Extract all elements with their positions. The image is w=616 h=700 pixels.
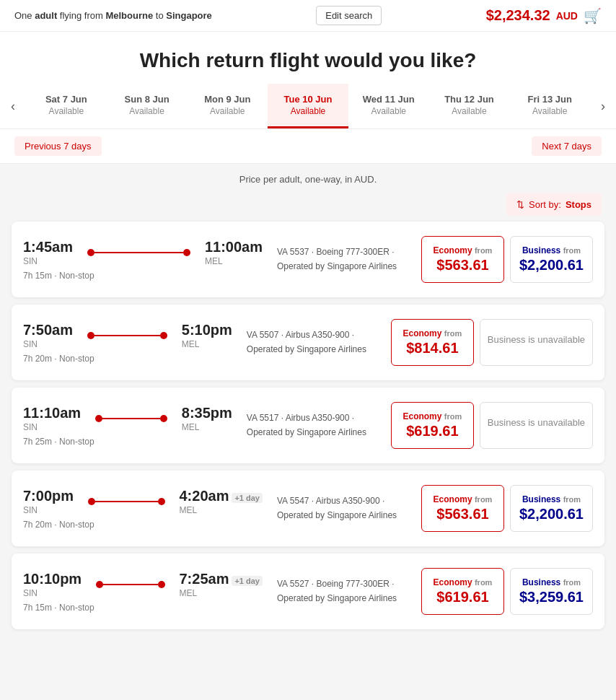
flight-times-f5: 10:10pm SIN 7:25am+1 day MEL bbox=[23, 571, 263, 598]
flight-line bbox=[87, 332, 167, 339]
price-subtitle: Price per adult, one-way, in AUD. bbox=[0, 164, 616, 188]
dep-dot bbox=[87, 249, 94, 256]
flight-times-f2: 7:50am SIN 5:10pm MEL bbox=[23, 322, 232, 349]
arr-dot bbox=[158, 498, 165, 505]
route-line bbox=[103, 584, 157, 585]
date-tab-sun8[interactable]: Sun 8 JunAvailable bbox=[107, 84, 188, 128]
economy-price-box-f2[interactable]: Economy from $814.61 bbox=[391, 319, 474, 366]
route-line bbox=[102, 418, 160, 419]
economy-price-box-f5[interactable]: Economy from $619.61 bbox=[421, 568, 504, 615]
edit-search-button[interactable]: Edit search bbox=[316, 6, 382, 25]
arrival-airport: MEL bbox=[182, 339, 232, 349]
flight-number: VA 5547 · Airbus A350-900 · bbox=[277, 494, 414, 508]
flights-list: 1:45am SIN 11:00am MEL 7h 15m · Non-stop… bbox=[0, 222, 616, 644]
flight-card-f1: 1:45am SIN 11:00am MEL 7h 15m · Non-stop… bbox=[12, 222, 604, 297]
economy-price-value: $563.61 bbox=[429, 506, 496, 522]
arrival-airport: MEL bbox=[205, 256, 263, 266]
flight-details-f3: VA 5517 · Airbus A350-900 · Operated by … bbox=[239, 411, 384, 439]
departure-airport: SIN bbox=[23, 505, 74, 515]
price-options-f4: Economy from $563.61 Business from $2,20… bbox=[421, 485, 593, 532]
departure-airport: SIN bbox=[23, 256, 73, 266]
flight-meta: 7h 20m · Non-stop bbox=[23, 520, 263, 530]
arrival-time: 7:25am+1 day bbox=[180, 571, 263, 587]
economy-price-value: $814.61 bbox=[399, 340, 466, 356]
route-line bbox=[94, 252, 183, 253]
date-tab-mon9[interactable]: Mon 9 JunAvailable bbox=[187, 84, 268, 128]
economy-price-box-f1[interactable]: Economy from $563.61 bbox=[421, 236, 504, 283]
arrival-airport: MEL bbox=[182, 422, 232, 432]
sort-bar: ⇅ Sort by: Stops bbox=[0, 188, 616, 222]
total-price: $2,234.32 bbox=[486, 7, 550, 24]
business-price-box-f3: Business is unavailable bbox=[480, 402, 593, 449]
date-nav-next[interactable]: › bbox=[590, 84, 616, 128]
economy-price-box-f4[interactable]: Economy from $563.61 bbox=[421, 485, 504, 532]
date-tab-fri13[interactable]: Fri 13 JunAvailable bbox=[509, 84, 590, 128]
arr-dot bbox=[158, 581, 165, 588]
flight-line bbox=[95, 415, 167, 422]
dep-dot bbox=[95, 415, 102, 422]
prev-7-days-button[interactable]: Previous 7 days bbox=[14, 136, 102, 156]
departure-airport: SIN bbox=[23, 339, 73, 349]
departure-time-block: 11:10am SIN bbox=[23, 405, 81, 432]
business-price-box-f1[interactable]: Business from $2,200.61 bbox=[510, 236, 593, 283]
sort-button[interactable]: ⇅ Sort by: Stops bbox=[506, 193, 602, 216]
flight-operator: Operated by Singapore Airlines bbox=[247, 343, 384, 356]
departure-time-block: 7:50am SIN bbox=[23, 322, 73, 349]
price-currency: AUD bbox=[556, 10, 578, 22]
flight-meta: 7h 20m · Non-stop bbox=[23, 354, 232, 364]
flight-meta: 7h 15m · Non-stop bbox=[23, 271, 263, 281]
sort-icon: ⇅ bbox=[516, 199, 524, 210]
flight-info-f1: 1:45am SIN 11:00am MEL 7h 15m · Non-stop bbox=[23, 239, 263, 281]
flight-operator: Operated by Singapore Airlines bbox=[277, 509, 414, 522]
departure-airport: SIN bbox=[23, 422, 81, 432]
sort-label: Sort by: bbox=[529, 199, 561, 210]
business-unavailable-label: Business is unavailable bbox=[488, 417, 585, 428]
date-tab-thu12[interactable]: Thu 12 JunAvailable bbox=[429, 84, 510, 128]
price-options-f3: Economy from $619.61 Business is unavail… bbox=[391, 402, 593, 449]
sort-value: Stops bbox=[566, 199, 591, 210]
flight-meta: 7h 15m · Non-stop bbox=[23, 603, 263, 613]
cart-icon[interactable]: 🛒 bbox=[584, 7, 602, 25]
date-tab-sat7[interactable]: Sat 7 JunAvailable bbox=[26, 84, 107, 128]
flight-card-f3: 11:10am SIN 8:35pm MEL 7h 25m · Non-stop… bbox=[12, 388, 604, 463]
date-tabs: Sat 7 JunAvailableSun 8 JunAvailableMon … bbox=[26, 84, 590, 128]
flight-info-f2: 7:50am SIN 5:10pm MEL 7h 20m · Non-stop bbox=[23, 322, 232, 364]
arrival-time-block: 5:10pm MEL bbox=[182, 322, 232, 349]
flight-card-f2: 7:50am SIN 5:10pm MEL 7h 20m · Non-stop … bbox=[12, 305, 604, 380]
business-price-box-f4[interactable]: Business from $2,200.61 bbox=[510, 485, 593, 532]
departure-time-block: 1:45am SIN bbox=[23, 239, 73, 266]
flight-info-f4: 7:00pm SIN 4:20am+1 day MEL 7h 20m · Non… bbox=[23, 488, 263, 530]
flight-number: VA 5527 · Boeing 777-300ER · bbox=[277, 577, 414, 591]
departure-time: 11:10am bbox=[23, 405, 81, 421]
arrival-time-block: 4:20am+1 day MEL bbox=[180, 488, 263, 515]
business-price-box-f5[interactable]: Business from $3,259.61 bbox=[510, 568, 593, 615]
arrival-time-block: 8:35pm MEL bbox=[182, 405, 232, 432]
date-nav-prev[interactable]: ‹ bbox=[0, 84, 26, 128]
business-unavailable-label: Business is unavailable bbox=[488, 334, 585, 345]
price-options-f5: Economy from $619.61 Business from $3,25… bbox=[421, 568, 593, 615]
flight-card-f5: 10:10pm SIN 7:25am+1 day MEL 7h 15m · No… bbox=[12, 554, 604, 629]
flight-operator: Operated by Singapore Airlines bbox=[277, 592, 414, 605]
arrival-time-block: 11:00am MEL bbox=[205, 239, 263, 266]
flight-operator: Operated by Singapore Airlines bbox=[247, 426, 384, 439]
date-tab-wed11[interactable]: Wed 11 JunAvailable bbox=[348, 84, 429, 128]
flight-number: VA 5517 · Airbus A350-900 · bbox=[247, 411, 384, 425]
economy-price-box-f3[interactable]: Economy from $619.61 bbox=[391, 402, 474, 449]
date-selector: ‹ Sat 7 JunAvailableSun 8 JunAvailableMo… bbox=[0, 84, 616, 129]
departure-time-block: 7:00pm SIN bbox=[23, 488, 74, 515]
arr-dot bbox=[160, 332, 167, 339]
arrival-airport: MEL bbox=[180, 505, 263, 515]
arr-dot bbox=[160, 415, 167, 422]
date-tab-tue10[interactable]: Tue 10 JunAvailable bbox=[268, 84, 348, 128]
economy-price-value: $619.61 bbox=[399, 423, 466, 439]
dep-dot bbox=[87, 332, 94, 339]
price-options-f2: Economy from $814.61 Business is unavail… bbox=[391, 319, 593, 366]
flight-number: VA 5537 · Boeing 777-300ER · bbox=[277, 245, 414, 259]
page-title: Which return flight would you like? bbox=[0, 32, 616, 84]
next-7-days-button[interactable]: Next 7 days bbox=[532, 136, 602, 156]
arrival-time: 5:10pm bbox=[182, 322, 232, 338]
departure-time: 10:10pm bbox=[23, 571, 82, 587]
price-options-f1: Economy from $563.61 Business from $2,20… bbox=[421, 236, 593, 283]
nav-buttons: Previous 7 days Next 7 days bbox=[0, 129, 616, 164]
economy-price-value: $619.61 bbox=[429, 589, 496, 605]
